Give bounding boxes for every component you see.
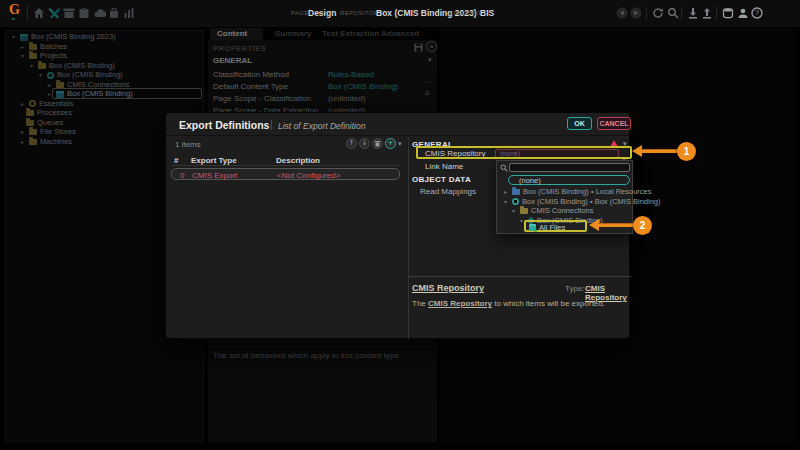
nav-back-icon[interactable] <box>616 7 628 19</box>
logo-chevron-icon: ⌄ <box>10 13 17 22</box>
batch-archive-icon[interactable] <box>63 7 75 19</box>
divider <box>408 137 409 339</box>
table-row[interactable]: 0 CMIS Export <Not Configured> <box>171 168 400 180</box>
picker-item-box-project[interactable]: Box (CMIS Binding) • Box (CMIS Binding) <box>502 197 661 207</box>
column-header-export-type: Export Type <box>191 156 237 165</box>
refresh-icon[interactable] <box>652 7 664 19</box>
search-icon <box>500 164 508 172</box>
tools-icon[interactable] <box>48 7 60 19</box>
object-data-section-label: OBJECT DATA <box>412 175 471 184</box>
ok-button[interactable]: OK <box>567 117 592 130</box>
job-box-icon[interactable] <box>78 7 90 19</box>
read-mappings-label: Read Mappings <box>420 187 476 196</box>
help-icon[interactable]: ? <box>751 7 763 19</box>
callout-badge-1: 1 <box>677 142 696 161</box>
stats-chart-icon[interactable] <box>123 7 135 19</box>
upload-icon[interactable] <box>701 7 713 19</box>
add-button[interactable] <box>385 138 396 149</box>
cloud-icon[interactable] <box>94 7 106 19</box>
expand-icon[interactable] <box>502 197 509 207</box>
licensee-value[interactable]: BIS <box>480 8 494 18</box>
description-body: The CMIS Repository to which items will … <box>412 299 605 308</box>
top-toolbar: G ⌄ PAGE Design · REPOSITORY Box (CMIS B… <box>0 0 800 27</box>
bag-icon[interactable] <box>108 7 120 19</box>
divider <box>646 7 647 20</box>
nav-forward-icon[interactable] <box>630 7 642 19</box>
app-window: G ⌄ PAGE Design · REPOSITORY Box (CMIS B… <box>0 0 800 450</box>
licensee-label: LICENSEE <box>450 10 483 16</box>
database-icon[interactable] <box>722 7 734 19</box>
description-title: CMIS Repository <box>412 283 484 293</box>
column-header-description: Description <box>276 156 320 165</box>
divider <box>171 165 400 166</box>
all-files-icon <box>529 224 536 231</box>
picker-item-local-resources[interactable]: Box (CMIS Binding) • Local Resources <box>502 187 652 197</box>
separator-dot: · <box>441 8 444 17</box>
picker-item-cmis-connections[interactable]: CMIS Connections <box>510 206 594 216</box>
items-count: 1 items <box>175 140 201 149</box>
move-down-button[interactable] <box>359 138 370 149</box>
row-export-type: CMIS Export <box>192 171 237 180</box>
callout-highlight-box-1 <box>416 146 632 159</box>
dialog-subtitle: List of Export Definition <box>278 121 365 131</box>
home-icon[interactable] <box>33 7 45 19</box>
cancel-button[interactable]: CANCEL <box>597 117 631 130</box>
delete-button[interactable] <box>372 138 383 149</box>
expand-icon[interactable] <box>510 206 517 216</box>
type-label: Type: <box>565 284 585 293</box>
callout-arrow-shaft-1 <box>641 149 679 153</box>
divider <box>681 7 682 20</box>
column-header-num: # <box>174 156 178 165</box>
page-label: PAGE <box>291 10 309 16</box>
option-none[interactable]: (none) <box>508 175 630 185</box>
title-divider: | <box>270 119 273 130</box>
project-icon <box>512 198 519 205</box>
cmis-repository-link[interactable]: CMIS Repository <box>428 299 492 308</box>
callout-badge-2: 2 <box>633 216 652 235</box>
row-num: 0 <box>180 171 184 180</box>
folder-icon <box>512 189 520 195</box>
search-icon[interactable] <box>667 7 679 19</box>
callout-arrow-shaft-2 <box>598 223 635 227</box>
user-icon[interactable] <box>737 7 749 19</box>
dialog-title: Export Definitions <box>179 119 269 131</box>
search-input[interactable] <box>509 163 630 172</box>
download-icon[interactable] <box>687 7 699 19</box>
row-description: <Not Configured> <box>277 171 340 180</box>
divider <box>166 135 629 136</box>
link-name-label: Link Name <box>425 162 463 171</box>
expand-icon[interactable] <box>502 187 509 197</box>
divider <box>716 7 717 20</box>
divider <box>409 276 631 277</box>
add-dropdown-chevron-icon[interactable]: ▾ <box>398 140 402 148</box>
divider <box>27 6 28 21</box>
export-definitions-dialog: Export Definitions | List of Export Defi… <box>165 112 630 339</box>
picker-item-all-files[interactable]: All Files <box>529 223 565 233</box>
folder-icon <box>520 208 528 214</box>
move-up-button[interactable] <box>346 138 357 149</box>
separator-dot: · <box>330 8 333 17</box>
svg-text:?: ? <box>755 9 759 16</box>
